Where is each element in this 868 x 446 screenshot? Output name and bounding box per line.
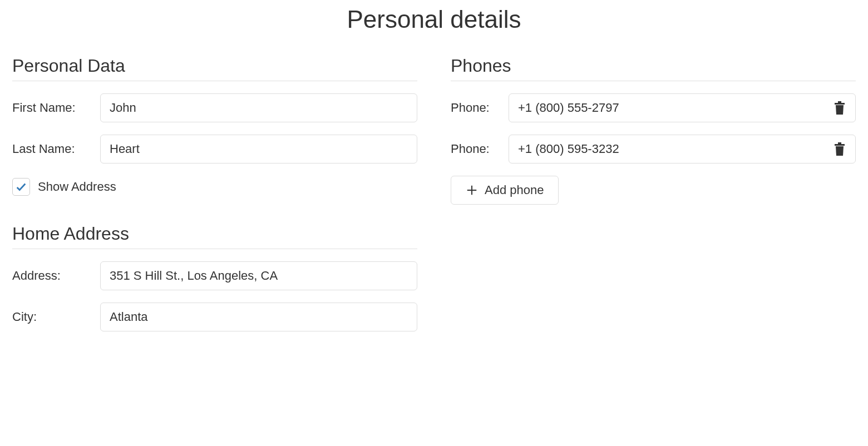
svg-rect-3 bbox=[838, 142, 841, 144]
delete-phone-button-1[interactable] bbox=[831, 140, 849, 158]
add-phone-button[interactable]: Add phone bbox=[451, 176, 559, 205]
delete-phone-button-0[interactable] bbox=[831, 98, 849, 117]
section-title-home-address: Home Address bbox=[12, 224, 417, 249]
city-input[interactable] bbox=[100, 303, 417, 331]
trash-icon bbox=[833, 142, 846, 156]
plus-icon bbox=[466, 184, 478, 196]
label-phone: Phone: bbox=[451, 101, 509, 115]
svg-rect-0 bbox=[835, 103, 845, 105]
svg-rect-1 bbox=[838, 101, 841, 103]
section-phones: Phones Phone: bbox=[451, 56, 856, 205]
first-name-input[interactable] bbox=[100, 93, 417, 122]
phone-input-0[interactable] bbox=[518, 101, 831, 115]
phone-input-1[interactable] bbox=[518, 142, 831, 156]
add-phone-row: Add phone bbox=[451, 176, 856, 205]
field-city: City: bbox=[12, 303, 417, 331]
phone-input-wrap bbox=[509, 135, 856, 163]
section-title-personal-data: Personal Data bbox=[12, 56, 417, 81]
checkbox-box[interactable] bbox=[12, 178, 30, 196]
last-name-input[interactable] bbox=[100, 135, 417, 163]
check-icon bbox=[15, 181, 27, 193]
address-input[interactable] bbox=[100, 261, 417, 290]
label-phone: Phone: bbox=[451, 142, 509, 156]
trash-icon bbox=[833, 101, 846, 115]
field-first-name: First Name: bbox=[12, 93, 417, 122]
section-home-address: Home Address Address: City: bbox=[12, 224, 417, 331]
checkbox-label: Show Address bbox=[38, 180, 116, 194]
field-last-name: Last Name: bbox=[12, 135, 417, 163]
field-phone-0: Phone: bbox=[451, 93, 856, 122]
add-phone-label: Add phone bbox=[485, 183, 544, 197]
field-phone-1: Phone: bbox=[451, 135, 856, 163]
field-address: Address: bbox=[12, 261, 417, 290]
checkbox-show-address[interactable]: Show Address bbox=[12, 178, 417, 196]
label-last-name: Last Name: bbox=[12, 142, 100, 156]
section-personal-data: Personal Data First Name: Last Name: bbox=[12, 56, 417, 196]
page-title: Personal details bbox=[12, 6, 856, 33]
label-city: City: bbox=[12, 310, 100, 324]
phone-input-wrap bbox=[509, 93, 856, 122]
label-first-name: First Name: bbox=[12, 101, 100, 115]
svg-rect-2 bbox=[835, 144, 845, 146]
label-address: Address: bbox=[12, 269, 100, 283]
section-title-phones: Phones bbox=[451, 56, 856, 81]
